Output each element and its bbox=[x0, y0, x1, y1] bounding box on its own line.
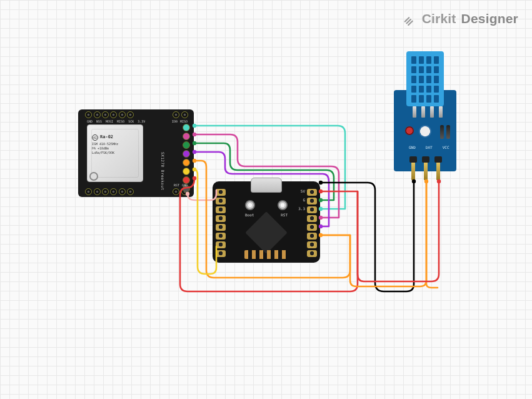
dht-sensor-body bbox=[406, 51, 444, 106]
brand-logo: Cirkit Designer bbox=[403, 11, 518, 26]
esp-chip-icon bbox=[245, 211, 288, 254]
boot-button[interactable] bbox=[245, 200, 255, 210]
capacitor-icon bbox=[419, 125, 431, 138]
component-lora-ra02[interactable]: AI Ra-02 ISM 410-525MHz PA +18dBm LoRa/F… bbox=[78, 109, 194, 197]
reset-button[interactable] bbox=[278, 200, 288, 210]
pin-g: G bbox=[303, 198, 305, 202]
circuit-canvas[interactable]: Cirkit Designer AI Ra-02 ISM 410-525MHz … bbox=[0, 0, 532, 399]
lora-topr-labels: IO0 MISO bbox=[172, 119, 188, 123]
esp-left-pins bbox=[216, 189, 226, 257]
boot-label: Boot bbox=[245, 213, 254, 217]
ufl-connector-icon bbox=[89, 172, 98, 181]
rst-label: RST bbox=[281, 213, 288, 217]
usb-c-port-icon bbox=[251, 178, 282, 193]
brand-word-2: Designer bbox=[461, 11, 518, 26]
lora-side-label: SX1278 Breakout bbox=[161, 152, 165, 191]
component-dht11[interactable]: GND DAT VCC bbox=[394, 51, 456, 176]
brand-word-1: Cirkit bbox=[422, 11, 456, 26]
pcb-antenna-icon bbox=[244, 250, 288, 259]
pin-5v: 5V bbox=[301, 189, 305, 193]
lora-top-labels: GND NSS MOSI MISO SCK 3.3V bbox=[87, 119, 145, 123]
pin-3v3: 3.3 bbox=[298, 206, 305, 211]
component-esp32c3[interactable]: Boot RST 5V G 3.3 bbox=[213, 181, 320, 263]
dht-header-pins bbox=[411, 161, 440, 180]
lora-botr-labels: RST GND bbox=[174, 183, 188, 187]
resistors-icon bbox=[440, 125, 450, 139]
power-led-icon bbox=[405, 126, 414, 135]
esp-right-pins bbox=[307, 189, 317, 257]
logo-icon bbox=[403, 12, 417, 26]
dht-pin-labels: GND DAT VCC bbox=[409, 145, 449, 149]
